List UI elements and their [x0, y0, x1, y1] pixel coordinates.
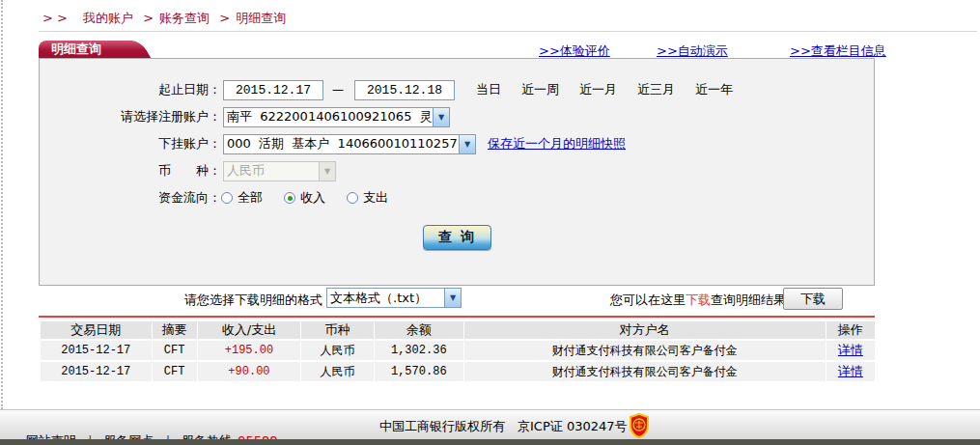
chevron-down-icon: ▼: [433, 108, 449, 126]
flow-option-expense-label: 支出: [363, 189, 388, 207]
download-format-select[interactable]: 文本格式（.txt） ▼: [326, 288, 462, 308]
tab-detail-query[interactable]: 明细查询: [39, 41, 132, 58]
cell-summary: CFT: [153, 341, 197, 360]
flow-option-all-label: 全部: [238, 189, 263, 207]
cell-trade-date: 2015-12-17: [41, 341, 152, 360]
header-currency: 币种: [301, 321, 373, 339]
quick-range-week[interactable]: 近一周: [521, 81, 559, 98]
breadcrumb: > > 我的账户 >账务查询 >明细查询: [42, 10, 286, 27]
download-inline-link[interactable]: 下载: [686, 292, 711, 307]
results-table: 交易日期 摘要 收入/支出 币种 余额 对方户名 操作 2015-12-17 C…: [40, 320, 876, 383]
radio-unchecked-icon[interactable]: [347, 192, 358, 204]
footer: 网站声明｜服务网点｜服务热线95588 中国工商银行版权所有 京ICP证 030…: [0, 409, 980, 439]
cell-balance: 1,570.86: [375, 362, 463, 381]
cell-trade-date: 2015-12-17: [41, 362, 152, 381]
icbc-badge-icon: [629, 413, 650, 438]
download-hint-before: 您可以在这里: [610, 292, 686, 307]
cell-currency: 人民币: [301, 341, 373, 360]
header-divider: [39, 31, 977, 32]
chevron-down-icon: ▼: [444, 289, 461, 307]
cell-counterparty: 财付通支付科技有限公司客户备付金: [464, 362, 826, 381]
quick-range-quarter[interactable]: 近三月: [637, 81, 675, 98]
fund-flow-label: 资金流向：: [40, 189, 221, 207]
currency-select-disabled: 人民币 ▼: [223, 161, 336, 181]
header-amount: 收入/支出: [198, 321, 300, 339]
radio-unchecked-icon[interactable]: [221, 192, 233, 204]
sub-account-label: 下挂账户：: [40, 135, 221, 153]
chevron-down-icon: ▼: [459, 135, 475, 153]
query-button[interactable]: 查 询: [423, 225, 491, 250]
download-hint: 您可以在这里下载查询明细结果: [610, 292, 786, 309]
registered-account-row: 请选择注册账户： 南平 6222001406100921065 灵通卡 ▼: [40, 105, 874, 128]
breadcrumb-separator: >: [143, 11, 154, 25]
flow-option-expense[interactable]: 支出: [347, 189, 388, 207]
download-format-label: 请您选择下载明细的格式: [39, 292, 322, 309]
header-counterparty: 对方户名: [464, 321, 826, 339]
cell-amount: +90.00: [198, 362, 300, 381]
breadcrumb-separator: >: [219, 11, 230, 25]
cell-balance: 1,302.36: [375, 341, 463, 360]
save-monthly-snapshot-link[interactable]: 保存近一个月的明细快照: [488, 135, 626, 153]
copyright-text: 中国工商银行版权所有 京ICP证 030247号: [379, 418, 628, 435]
quick-range-today[interactable]: 当日: [476, 81, 501, 98]
sub-account-select[interactable]: 000 活期 基本户 1406600101102571848 ▼: [223, 134, 476, 154]
registered-account-label: 请选择注册账户：: [40, 108, 221, 125]
breadcrumb-my-account[interactable]: 我的账户: [83, 11, 133, 25]
date-range-row: 起止日期： — 当日 近一周 近一月 近三月 近一年: [40, 78, 874, 101]
download-row: 请您选择下载明细的格式 文本格式（.txt） ▼ 您可以在这里下载查询明细结果 …: [39, 288, 875, 311]
download-format-value: 文本格式（.txt）: [327, 290, 444, 307]
flow-option-all[interactable]: 全部: [221, 189, 263, 207]
chevron-down-icon: ▼: [319, 162, 335, 181]
results-table-wrap: 交易日期 摘要 收入/支出 币种 余额 对方户名 操作 2015-12-17 C…: [40, 320, 876, 383]
download-button[interactable]: 下载: [783, 288, 843, 310]
quick-range-links: 当日 近一周 近一月 近三月 近一年: [476, 81, 753, 98]
sub-account-value: 000 活期 基本户 1406600101102571848: [224, 135, 459, 153]
flow-option-income[interactable]: 收入: [284, 189, 325, 207]
table-row: 2015-12-17 CFT +90.00 人民币 1,570.86 财付通支付…: [41, 362, 875, 381]
radio-checked-icon[interactable]: [284, 192, 295, 204]
table-top-rule: [39, 316, 875, 318]
header-trade-date: 交易日期: [41, 321, 152, 339]
table-row: 2015-12-17 CFT +195.00 人民币 1,302.36 财付通支…: [41, 341, 875, 360]
breadcrumb-prefix: > >: [42, 11, 68, 25]
cell-currency: 人民币: [301, 362, 373, 381]
breadcrumb-account-query[interactable]: 账务查询: [159, 11, 210, 25]
detail-link[interactable]: 详情: [838, 364, 863, 378]
left-dotted-border: [1, 0, 3, 409]
fund-flow-row: 资金流向： 全部 收入 支出: [40, 186, 874, 209]
cell-summary: CFT: [153, 362, 197, 381]
query-form-panel: 起止日期： — 当日 近一周 近一月 近三月 近一年 请选择注册账户： 南平 6…: [39, 58, 875, 286]
quick-range-month[interactable]: 近一月: [579, 81, 617, 98]
header-action: 操作: [826, 321, 875, 339]
breadcrumb-detail-query[interactable]: 明细查询: [236, 11, 286, 25]
bottom-bar: [0, 439, 980, 445]
date-dash: —: [332, 83, 344, 97]
registered-account-value: 南平 6222001406100921065 灵通卡: [224, 108, 433, 125]
cell-counterparty: 财付通支付科技有限公司客户备付金: [464, 341, 826, 360]
detail-query-page: > > 我的账户 >账务查询 >明细查询 明细查询 >>体验评价 >>自动演示 …: [0, 0, 980, 445]
currency-label: 币 种：: [40, 162, 221, 180]
date-range-label: 起止日期：: [40, 81, 221, 98]
currency-row: 币 种： 人民币 ▼: [40, 159, 874, 182]
flow-option-income-label: 收入: [300, 189, 325, 207]
currency-value: 人民币: [224, 162, 319, 180]
header-summary: 摘要: [153, 321, 197, 339]
table-header-row: 交易日期 摘要 收入/支出 币种 余额 对方户名 操作: [41, 321, 875, 339]
download-hint-after: 查询明细结果: [711, 292, 786, 307]
detail-link[interactable]: 详情: [838, 343, 863, 357]
date-to-input[interactable]: [354, 80, 455, 100]
registered-account-select[interactable]: 南平 6222001406100921065 灵通卡 ▼: [223, 107, 450, 127]
quick-range-year[interactable]: 近一年: [695, 81, 733, 98]
date-from-input[interactable]: [223, 80, 323, 100]
cell-amount: +195.00: [198, 341, 300, 360]
sub-account-row: 下挂账户： 000 活期 基本户 1406600101102571848 ▼ 保…: [40, 132, 874, 155]
header-balance: 余额: [375, 321, 463, 339]
